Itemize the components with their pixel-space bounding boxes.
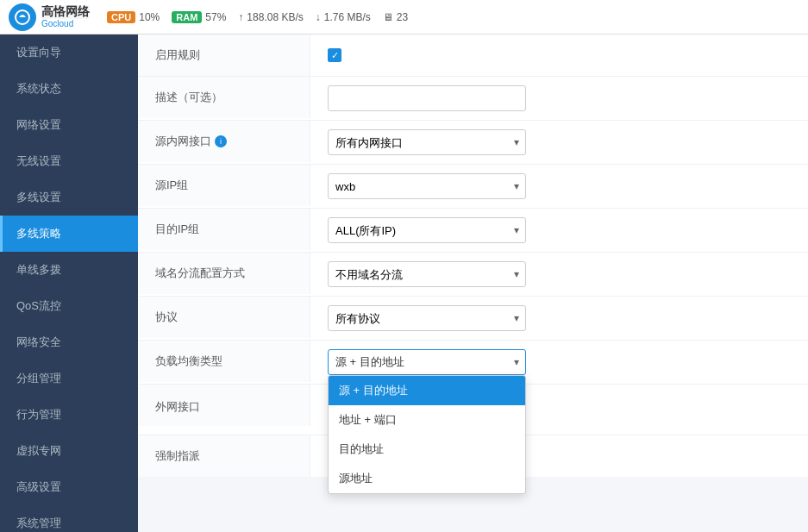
domain-select[interactable]: 不用域名分流 — [328, 261, 526, 287]
sidebar-label-group: 分组管理 — [16, 372, 61, 385]
sidebar-label-network: 网络设置 — [16, 118, 61, 131]
domain-field: 不用域名分流 — [310, 253, 808, 296]
sidebar-label-vpn: 虚拟专网 — [16, 444, 61, 457]
form-row-enable: 启用规则 — [138, 34, 808, 77]
load-balance-trigger[interactable]: 源 + 目的地址 ▾ — [328, 349, 526, 375]
form-row-protocol: 协议 所有协议 — [138, 297, 808, 341]
logo-main: 高恪网络 — [41, 5, 90, 18]
source-ip-label: 源IP组 — [138, 165, 310, 206]
connections-value: 23 — [397, 11, 408, 23]
upload-icon: ↑ — [238, 11, 243, 23]
source-interface-select-wrapper: 所有内网接口 — [328, 129, 526, 155]
ram-stat: RAM 57% — [172, 11, 226, 23]
sidebar-item-advanced[interactable]: 高级设置 — [0, 469, 138, 505]
sidebar-item-behavior[interactable]: 行为管理 — [0, 397, 138, 433]
source-ip-field: wxb — [310, 165, 808, 208]
connections-icon: 🖥 — [383, 11, 393, 23]
layout: 设置向导 系统状态 网络设置 无线设置 多线设置 多线策略 单线多拨 QoS流控… — [0, 34, 808, 532]
dropdown-option-0[interactable]: 源 + 目的地址 — [329, 376, 525, 405]
logo-sub: Gocloud — [41, 19, 90, 28]
dest-ip-label: 目的IP组 — [138, 209, 310, 250]
ext-interface-label: 外网接口 — [138, 385, 310, 426]
cpu-stat: CPU 10% — [107, 11, 160, 23]
sidebar-label-qos: QoS流控 — [16, 299, 61, 312]
download-icon: ↓ — [316, 11, 321, 23]
cpu-value: 10% — [139, 11, 160, 23]
main-content: 启用规则 描述（可选） 源内网接口 i — [138, 34, 808, 532]
ram-badge: RAM — [172, 11, 202, 23]
protocol-select[interactable]: 所有协议 — [328, 305, 526, 331]
sidebar-item-multiline[interactable]: 多线设置 — [0, 179, 138, 216]
download-stat: ↓ 1.76 MB/s — [316, 11, 371, 23]
sidebar-item-vpn[interactable]: 虚拟专网 — [0, 433, 138, 469]
enable-field — [310, 34, 808, 76]
source-ip-select[interactable]: wxb — [328, 173, 526, 199]
form-row-load-balance: 负载均衡类型 源 + 目的地址 ▾ 源 + 目的地址 地址 + 端口 — [138, 341, 808, 385]
sidebar-item-security[interactable]: 网络安全 — [0, 324, 138, 360]
download-value: 1.76 MB/s — [324, 11, 371, 23]
dropdown-arrow-icon: ▾ — [514, 356, 519, 368]
sidebar-item-status[interactable]: 系统状态 — [0, 71, 138, 107]
dropdown-option-1[interactable]: 地址 + 端口 — [329, 405, 525, 435]
force-assign-label: 强制指派 — [138, 435, 310, 477]
sidebar-item-network[interactable]: 网络设置 — [0, 107, 138, 143]
sidebar-item-policy[interactable]: 多线策略 — [0, 216, 138, 252]
sidebar-label-behavior: 行为管理 — [16, 408, 61, 421]
protocol-label: 协议 — [138, 297, 310, 338]
load-balance-field: 源 + 目的地址 ▾ 源 + 目的地址 地址 + 端口 目的地址 — [310, 341, 808, 384]
sidebar-item-setup[interactable]: 设置向导 — [0, 34, 138, 71]
sidebar-label-advanced: 高级设置 — [16, 480, 61, 493]
source-interface-label: 源内网接口 i — [138, 121, 310, 162]
form-container: 启用规则 描述（可选） 源内网接口 i — [138, 34, 808, 477]
domain-select-wrapper: 不用域名分流 — [328, 261, 526, 287]
ram-value: 57% — [205, 11, 226, 23]
protocol-field: 所有协议 — [310, 297, 808, 340]
form-row-source-ip: 源IP组 wxb — [138, 165, 808, 209]
logo: 高恪网络 Gocloud — [9, 3, 90, 31]
description-input[interactable] — [328, 85, 526, 111]
protocol-select-wrapper: 所有协议 — [328, 305, 526, 331]
enable-checkbox[interactable] — [328, 48, 341, 62]
dest-ip-select[interactable]: ALL(所有IP) — [328, 217, 526, 243]
source-interface-field: 所有内网接口 — [310, 121, 808, 164]
sidebar-label-status: 系统状态 — [16, 82, 61, 95]
logo-text: 高恪网络 Gocloud — [41, 5, 90, 28]
sidebar-item-wireless[interactable]: 无线设置 — [0, 143, 138, 179]
sidebar-label-setup: 设置向导 — [16, 46, 61, 59]
load-balance-dropdown-menu: 源 + 目的地址 地址 + 端口 目的地址 源地址 — [328, 375, 526, 494]
dropdown-option-2[interactable]: 目的地址 — [329, 435, 525, 464]
sidebar-item-group[interactable]: 分组管理 — [0, 360, 138, 397]
form-row-dest-ip: 目的IP组 ALL(所有IP) — [138, 209, 808, 253]
load-balance-dropdown-wrapper: 源 + 目的地址 ▾ 源 + 目的地址 地址 + 端口 目的地址 — [328, 349, 526, 375]
sidebar-label-wireless: 无线设置 — [16, 154, 61, 167]
connections-stat: 🖥 23 — [383, 11, 408, 23]
sidebar-label-sysadmin: 系统管理 — [16, 516, 61, 529]
description-label: 描述（可选） — [138, 77, 310, 118]
source-ip-select-wrapper: wxb — [328, 173, 526, 199]
sidebar-item-single-multi[interactable]: 单线多拨 — [0, 252, 138, 288]
topbar: 高恪网络 Gocloud CPU 10% RAM 57% ↑ 188.08 KB… — [0, 0, 808, 34]
sidebar-label-single-multi: 单线多拨 — [16, 263, 61, 276]
cpu-badge: CPU — [107, 11, 135, 23]
source-interface-info-icon[interactable]: i — [215, 135, 227, 147]
form-row-source-interface: 源内网接口 i 所有内网接口 — [138, 121, 808, 165]
upload-value: 188.08 KB/s — [247, 11, 303, 23]
enable-label: 启用规则 — [138, 34, 310, 76]
dropdown-option-3[interactable]: 源地址 — [329, 464, 525, 493]
dest-ip-select-wrapper: ALL(所有IP) — [328, 217, 526, 243]
form-row-description: 描述（可选） — [138, 77, 808, 121]
sidebar-label-policy: 多线策略 — [16, 227, 61, 240]
domain-label: 域名分流配置方式 — [138, 253, 310, 294]
logo-icon — [9, 3, 36, 31]
sidebar-item-sysadmin[interactable]: 系统管理 — [0, 505, 138, 532]
dest-ip-field: ALL(所有IP) — [310, 209, 808, 252]
upload-stat: ↑ 188.08 KB/s — [238, 11, 303, 23]
load-balance-value: 源 + 目的地址 — [335, 354, 404, 370]
sidebar: 设置向导 系统状态 网络设置 无线设置 多线设置 多线策略 单线多拨 QoS流控… — [0, 34, 138, 532]
topbar-stats: CPU 10% RAM 57% ↑ 188.08 KB/s ↓ 1.76 MB/… — [107, 11, 408, 23]
source-interface-select[interactable]: 所有内网接口 — [328, 129, 526, 155]
description-field — [310, 77, 808, 120]
load-balance-label: 负载均衡类型 — [138, 341, 310, 382]
form-row-domain: 域名分流配置方式 不用域名分流 — [138, 253, 808, 297]
sidebar-item-qos[interactable]: QoS流控 — [0, 288, 138, 324]
